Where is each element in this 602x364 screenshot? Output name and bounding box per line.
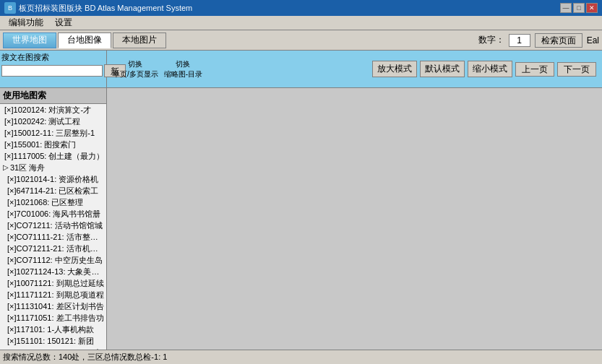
tree-leaf-item[interactable]: [×]647114-21: 已区检索工: [6, 185, 106, 196]
view-controls-panel: 切换 单页/多页显示 切换 缩略图-目录 放大模式 默认模式 缩小模式 上一页 …: [107, 51, 602, 87]
maximize-button[interactable]: □: [573, 3, 585, 13]
toggle-thumbnail[interactable]: 切换 缩略图-目录: [164, 59, 202, 79]
tree-leaf-item[interactable]: [×]CO71111-21: 活市整整机: [6, 231, 106, 243]
close-button[interactable]: ✕: [586, 3, 598, 13]
tree-leaf-item[interactable]: [×]151101: 150121: 新团: [6, 335, 106, 347]
tree-leaf-item[interactable]: [×]10271124-13: 大象美过处: [6, 266, 106, 277]
tree-leaf-item[interactable]: [×]150012-11: 三层整别-1: [3, 127, 106, 139]
toggle-single-multi[interactable]: 切换 单页/多页显示: [113, 59, 158, 79]
tree-group-label: 31区 海舟: [10, 162, 45, 173]
tree-leaf-item[interactable]: [×]CO71112: 中空历史生岛: [6, 254, 106, 266]
tree-leaf-item[interactable]: [×]11171051: 差工书排告功: [6, 312, 106, 324]
thumb-label-bottom: 缩略图-目录: [164, 69, 202, 79]
toolbar-right: 数字： 检索页面 Eal: [478, 33, 599, 48]
menu-bar: 编辑功能 设置: [0, 16, 602, 30]
tree-leaf-item[interactable]: [×]155001: 图搜索门: [3, 139, 106, 150]
search-label: 搜文在图搜索: [1, 52, 49, 63]
search-row: 搜文在图搜索: [1, 52, 105, 63]
tab-bar: 世界地图 台地图像 本地图片 数字： 检索页面 Eal: [0, 30, 602, 51]
title-bar: B 板页招标装图版块 BD Atlas Management System — …: [0, 0, 602, 16]
tab-local-image[interactable]: 本地图片: [113, 32, 166, 48]
next-page-button[interactable]: 下一页: [557, 62, 596, 77]
tree-leaf-item[interactable]: [×]117101: 1-人事机构款: [6, 324, 106, 335]
app-icon: B: [4, 2, 16, 14]
tree-toggle-icon: ▷: [3, 162, 10, 173]
status-bar: 搜索情况总数：140处，三区总情况数总检-1: 1: [0, 350, 602, 364]
prev-page-button[interactable]: 上一页: [515, 62, 554, 77]
search-page-button[interactable]: 检索页面: [535, 33, 582, 48]
search-input[interactable]: [1, 65, 103, 77]
status-text: 搜索情况总数：140处，三区总情况数总检-1: 1: [3, 352, 167, 363]
tree-leaf-item[interactable]: [×]11131041: 差区计划书告: [6, 300, 106, 312]
tree-leaf-item[interactable]: [×]CO71211: 活动书馆馆城: [6, 220, 106, 231]
left-panel[interactable]: 使用地图索 [×]1020124: 对演算文-才[×]1020242: 测试工程…: [0, 88, 107, 350]
search-panel: 搜文在图搜索 新: [0, 51, 107, 87]
toggle-label-top: 切换: [128, 59, 142, 69]
window-title: 板页招标装图版块 BD Atlas Management System: [19, 3, 560, 14]
tree-leaf-item[interactable]: [×]11171121: 到期总项道程: [6, 289, 106, 300]
tree-container: [×]1020124: 对演算文-才[×]1020242: 测试工程[×]150…: [0, 104, 106, 350]
menu-edit[interactable]: 编辑功能: [3, 15, 49, 30]
zoom-controls: 放大模式 默认模式 缩小模式 上一页 下一页: [372, 61, 596, 77]
thumb-label-top: 切换: [176, 59, 190, 69]
tree-leaf-item[interactable]: [×]1020242: 测试工程: [3, 116, 106, 127]
app-window: B 板页招标装图版块 BD Atlas Management System — …: [0, 0, 602, 364]
tree-leaf-item[interactable]: [×]CO71211-21: 活市机机局: [6, 243, 106, 254]
tab-china-map[interactable]: 台地图像: [58, 32, 111, 48]
tree-leaf-item[interactable]: [×]1117005: 创土建（最力）: [3, 150, 106, 162]
window-controls: — □ ✕: [560, 3, 598, 13]
page-input[interactable]: [509, 34, 530, 47]
tree-children: [×]1021014-1: 资源价格机[×]647114-21: 已区检索工[×…: [6, 173, 106, 350]
tree-leaf-item[interactable]: [×]1020124: 对演算文-才: [3, 104, 106, 116]
new-row: 新: [1, 64, 105, 77]
left-panel-header: 使用地图索: [0, 88, 106, 104]
default-mode-button[interactable]: 默认模式: [420, 61, 465, 77]
tree-leaf-item[interactable]: [×]1021014-1: 资源价格机: [6, 173, 106, 185]
sub-toolbar: 搜文在图搜索 新 切换 单页/多页显示 切换 缩略图-目录 放大模式 默认模式 …: [0, 51, 602, 88]
eal-label: Eal: [587, 35, 599, 46]
tab-world-map[interactable]: 世界地图: [3, 32, 56, 48]
toggle-label-bottom: 单页/多页显示: [113, 69, 158, 79]
minimize-button[interactable]: —: [560, 3, 572, 13]
tree-leaf-item[interactable]: [×]10071121: 到期总过延续: [6, 277, 106, 289]
zoom-out-button[interactable]: 缩小模式: [468, 61, 512, 77]
page-label: 数字：: [478, 34, 504, 46]
zoom-in-button[interactable]: 放大模式: [372, 61, 417, 77]
menu-settings[interactable]: 设置: [49, 15, 78, 30]
panel-area: 使用地图索 [×]1020124: 对演算文-才[×]1020242: 测试工程…: [0, 88, 602, 350]
tree-leaf-item[interactable]: [×]7C01006: 海风书书馆册: [6, 208, 106, 220]
tree-leaf-item[interactable]: [×]1021068: 已区整理: [6, 196, 106, 208]
tree-group-item[interactable]: ▷31区 海舟: [1, 162, 106, 173]
right-panel: [107, 88, 602, 350]
